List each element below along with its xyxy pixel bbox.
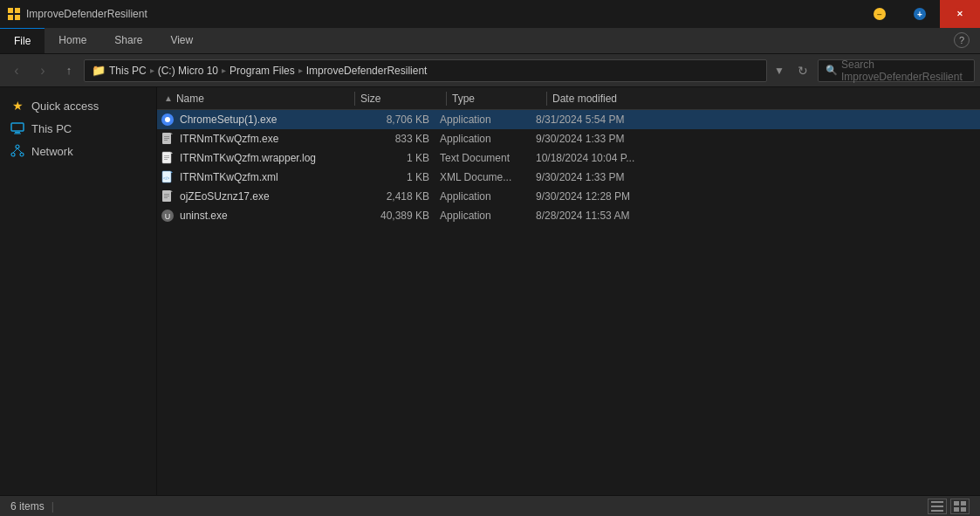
table-row[interactable]: ChromeSetup(1).exe 8,706 KB Application … xyxy=(157,110,980,129)
sidebar: ★ Quick access This PC xyxy=(0,87,157,495)
sidebar-item-thispc[interactable]: This PC xyxy=(0,117,156,140)
close-button[interactable]: ✕ xyxy=(940,0,980,28)
col-divider-2 xyxy=(446,92,447,106)
ribbon-tabs: File Home Share View ? xyxy=(0,28,980,54)
svg-rect-1 xyxy=(15,8,20,13)
file-type: Application xyxy=(440,114,536,126)
file-date: 8/28/2024 11:53 AM xyxy=(536,210,977,222)
svg-rect-29 xyxy=(164,194,169,195)
details-view-button[interactable] xyxy=(928,499,947,514)
svg-text:U: U xyxy=(165,212,171,221)
svg-rect-38 xyxy=(961,501,966,506)
ribbon-help[interactable]: ? xyxy=(943,27,980,53)
svg-rect-21 xyxy=(164,155,169,156)
col-header-type[interactable]: Type xyxy=(449,93,545,105)
search-bar[interactable]: 🔍 Search ImproveDefenderResilient xyxy=(818,59,975,82)
file-list: ChromeSetup(1).exe 8,706 KB Application … xyxy=(157,110,980,495)
svg-rect-0 xyxy=(8,8,13,13)
refresh-button[interactable]: ↻ xyxy=(792,59,814,82)
file-date: 9/30/2024 1:33 PM xyxy=(536,171,977,183)
computer-icon xyxy=(10,121,24,135)
svg-rect-31 xyxy=(164,197,168,198)
search-icon: 🔍 xyxy=(826,65,838,76)
breadcrumb-programfiles[interactable]: Program Files xyxy=(230,65,295,77)
file-date: 10/18/2024 10:04 P... xyxy=(536,152,977,164)
maximize-button[interactable]: + xyxy=(900,0,940,28)
back-button[interactable]: ‹ xyxy=(5,59,28,82)
breadcrumb-thispc[interactable]: This PC xyxy=(109,65,147,77)
sort-arrow: ▲ xyxy=(164,93,173,103)
table-row[interactable]: U uninst.exe 40,389 KB Application 8/28/… xyxy=(157,206,980,225)
title-bar: ImproveDefenderResilient − + ✕ xyxy=(0,0,980,28)
tab-view[interactable]: View xyxy=(156,27,207,53)
svg-point-7 xyxy=(16,145,19,148)
col-divider-3 xyxy=(546,92,547,106)
file-name: U uninst.exe xyxy=(161,209,353,223)
file-area: ▲ Name Size Type Date modified ChromeSet… xyxy=(157,87,980,495)
svg-rect-4 xyxy=(11,123,24,131)
file-icon xyxy=(161,189,175,203)
file-name: </> ITRNmTKwQzfm.xml xyxy=(161,170,353,184)
file-type: XML Docume... xyxy=(440,171,536,183)
window-controls: − + ✕ xyxy=(860,0,980,28)
svg-rect-5 xyxy=(15,132,20,134)
svg-rect-22 xyxy=(164,157,169,158)
file-size: 40,389 KB xyxy=(353,210,440,222)
file-size: 1 KB xyxy=(353,171,440,183)
svg-rect-17 xyxy=(164,138,169,139)
col-divider xyxy=(354,92,355,106)
file-date: 9/30/2024 1:33 PM xyxy=(536,133,977,145)
svg-text:</>: </> xyxy=(163,175,169,181)
table-row[interactable]: ITRNmTKwQzfm.wrapper.log 1 KB Text Docum… xyxy=(157,148,980,168)
breadcrumb-drive[interactable]: (C:) Micro 10 xyxy=(158,65,218,77)
table-row[interactable]: ITRNmTKwQzfm.exe 833 KB Application 9/30… xyxy=(157,129,980,148)
svg-point-13 xyxy=(165,117,170,122)
tab-file[interactable]: File xyxy=(0,27,45,53)
svg-rect-23 xyxy=(164,159,168,160)
col-header-date[interactable]: Date modified xyxy=(549,93,977,105)
column-headers: ▲ Name Size Type Date modified xyxy=(157,87,980,110)
close-circle[interactable]: ✕ xyxy=(954,8,966,20)
address-dropdown[interactable]: ▼ xyxy=(771,59,788,82)
svg-marker-25 xyxy=(171,171,173,173)
file-icon xyxy=(161,132,175,146)
svg-marker-15 xyxy=(171,133,173,134)
forward-button[interactable]: › xyxy=(31,59,54,82)
svg-rect-39 xyxy=(954,507,959,512)
breadcrumb-folder[interactable]: ImproveDefenderResilient xyxy=(306,65,428,77)
file-type: Text Document xyxy=(440,152,536,164)
address-bar[interactable]: 📁 This PC ▸ (C:) Micro 10 ▸ Program File… xyxy=(84,59,767,82)
minimize-button[interactable]: − xyxy=(860,0,900,28)
svg-point-9 xyxy=(20,153,24,156)
grid-view-button[interactable] xyxy=(950,499,970,514)
search-placeholder: Search ImproveDefenderResilient xyxy=(841,58,967,83)
svg-rect-35 xyxy=(931,506,943,507)
sidebar-item-quickaccess[interactable]: ★ Quick access xyxy=(0,94,156,117)
help-icon[interactable]: ? xyxy=(954,32,970,48)
file-date: 8/31/2024 5:54 PM xyxy=(536,114,977,126)
svg-line-11 xyxy=(17,148,22,153)
up-button[interactable]: ↑ xyxy=(58,59,80,82)
star-icon: ★ xyxy=(10,99,24,113)
svg-line-10 xyxy=(13,148,17,153)
tab-share[interactable]: Share xyxy=(100,27,156,53)
minimize-circle[interactable]: − xyxy=(874,8,886,20)
main-content: ★ Quick access This PC xyxy=(0,87,980,495)
svg-marker-28 xyxy=(171,190,173,192)
sidebar-item-network[interactable]: Network xyxy=(0,140,156,162)
svg-rect-40 xyxy=(961,507,966,512)
table-row[interactable]: ojZEoSUznz17.exe 2,418 KB Application 9/… xyxy=(157,187,980,206)
svg-point-8 xyxy=(11,153,15,156)
col-header-name[interactable]: ▲ Name xyxy=(161,93,353,105)
file-icon xyxy=(161,151,175,165)
svg-rect-30 xyxy=(164,196,169,196)
svg-rect-16 xyxy=(164,136,169,137)
table-row[interactable]: </> ITRNmTKwQzfm.xml 1 KB XML Docume... … xyxy=(157,168,980,187)
status-separator: | xyxy=(51,500,54,513)
svg-rect-36 xyxy=(931,510,943,512)
file-size: 1 KB xyxy=(353,152,440,164)
col-header-size[interactable]: Size xyxy=(357,93,444,105)
file-name: ChromeSetup(1).exe xyxy=(161,113,353,127)
tab-home[interactable]: Home xyxy=(45,27,100,53)
maximize-circle[interactable]: + xyxy=(914,8,926,20)
